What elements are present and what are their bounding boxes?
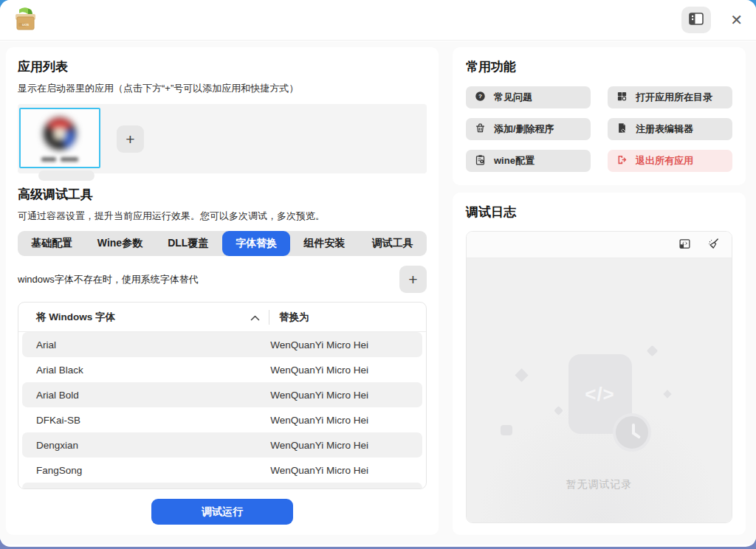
registry-file-icon: [616, 122, 628, 136]
export-log-button[interactable]: [677, 236, 693, 254]
debug-tools-subtitle: 可通过容器设置，提升当前应用运行效果。您可以多次调试，多次预览。: [18, 210, 427, 223]
font-row[interactable]: KaiTi WenQuanYi Micro Hei: [22, 483, 422, 489]
sort-ascending-icon[interactable]: [250, 311, 260, 324]
column-divider: [269, 310, 269, 325]
faq-button[interactable]: ? 常见问题: [466, 86, 591, 108]
font-row[interactable]: Arial Black WenQuanYi Micro Hei: [22, 357, 422, 382]
trash-basket-icon: [475, 122, 486, 136]
font-note-row: windows字体不存在时，使用系统字体替代 +: [18, 266, 427, 293]
app-grid-icon: [616, 91, 628, 104]
add-font-mapping-button[interactable]: +: [399, 266, 427, 293]
font-row[interactable]: Dengxian WenQuanYi Micro Hei: [22, 432, 422, 458]
close-icon[interactable]: ✕: [727, 10, 746, 30]
font-mapping-table: 将 Windows 字体 替换为 Arial WenQuanYi Micro H…: [18, 302, 427, 489]
titlebar-controls: ✕: [681, 7, 746, 33]
font-row[interactable]: DFKai-SB WenQuanYi Micro Hei: [22, 407, 422, 432]
tab-component-install[interactable]: 组件安装: [290, 231, 358, 256]
font-row[interactable]: Arial Bold WenQuanYi Micro Hei: [22, 382, 422, 407]
col-windows-font: 将 Windows 字体: [36, 311, 115, 324]
debug-log-card: 调试日志: [453, 193, 746, 535]
clock-illustration: [613, 413, 651, 452]
tab-dll-override[interactable]: DLL覆盖: [154, 231, 222, 256]
clear-log-broom-icon: [707, 238, 720, 252]
empty-log-illustration: </>: [474, 345, 725, 493]
debug-tools-title: 高级调试工具: [18, 186, 427, 203]
debug-log-title: 调试日志: [466, 204, 732, 221]
app-name-plate: [38, 170, 94, 181]
app-container-window: UOS ✕: [0, 0, 756, 547]
font-row[interactable]: Arial WenQuanYi Micro Hei: [22, 332, 422, 357]
toggle-panel-button[interactable]: [681, 7, 711, 33]
col-replace-with: 替换为: [279, 311, 416, 324]
tab-debug-tools[interactable]: 调试工具: [359, 231, 427, 256]
clear-log-button[interactable]: [706, 236, 721, 254]
debug-log-content: </> 暂无调试记录: [467, 258, 732, 522]
app-list-title: 应用列表: [18, 58, 427, 75]
blurred-app-name: [41, 157, 78, 162]
window-body: 应用列表 显示在启动器里的应用（点击下方“+”号可以添加应用和快捷方式）: [0, 41, 756, 545]
common-functions-card: 常用功能 ? 常见问题 打开应用所在目录: [453, 47, 746, 185]
exit-door-icon: [616, 154, 628, 168]
font-note-text: windows字体不存在时，使用系统字体替代: [18, 273, 199, 286]
svg-text:UOS: UOS: [22, 23, 29, 27]
tab-basic-config[interactable]: 基础配置: [18, 231, 86, 256]
font-table-header: 将 Windows 字体 替换为: [18, 303, 426, 332]
export-log-icon: [678, 238, 691, 252]
debug-run-button[interactable]: 调试运行: [151, 499, 293, 525]
right-panel: 常用功能 ? 常见问题 打开应用所在目录: [453, 47, 746, 535]
add-remove-programs-button[interactable]: 添加/删除程序: [466, 118, 591, 140]
empty-log-text: 暂无调试记录: [467, 478, 732, 491]
quit-all-apps-button[interactable]: 退出所有应用: [608, 150, 732, 172]
clipboard-gear-icon: [475, 154, 486, 168]
help-circle-icon: ?: [475, 91, 486, 104]
tab-font-replace[interactable]: 字体替换: [222, 231, 290, 256]
common-functions-title: 常用功能: [466, 58, 732, 75]
common-functions-grid: ? 常见问题 打开应用所在目录: [466, 86, 732, 172]
wine-config-button[interactable]: wine配置: [466, 150, 591, 172]
titlebar: UOS ✕: [0, 0, 756, 41]
app-list-subtitle: 显示在启动器里的应用（点击下方“+”号可以添加应用和快捷方式）: [18, 82, 427, 95]
selected-app-tile[interactable]: [19, 108, 100, 168]
app-list-strip: +: [18, 104, 427, 173]
sidebar-layout-icon: [689, 13, 704, 27]
uos-package-logo-icon: UOS: [12, 5, 39, 35]
desktop-backdrop: UOS ✕: [0, 0, 756, 549]
font-row[interactable]: FangSong WenQuanYi Micro Hei: [22, 458, 422, 483]
open-app-directory-button[interactable]: 打开应用所在目录: [608, 86, 732, 108]
debug-log-panel: </> 暂无调试记录: [466, 231, 732, 523]
registry-editor-button[interactable]: 注册表编辑器: [608, 118, 732, 140]
svg-text:?: ?: [478, 93, 482, 100]
tab-wine-params[interactable]: Wine参数: [86, 231, 154, 256]
blurred-app-icon: [38, 114, 81, 156]
left-panel: 应用列表 显示在启动器里的应用（点击下方“+”号可以添加应用和快捷方式）: [6, 47, 439, 535]
debug-tools-tabbar: 基础配置 Wine参数 DLL覆盖 字体替换 组件安装 调试工具: [18, 231, 427, 256]
debug-log-toolbar: [467, 232, 732, 258]
add-app-button[interactable]: +: [117, 125, 144, 153]
